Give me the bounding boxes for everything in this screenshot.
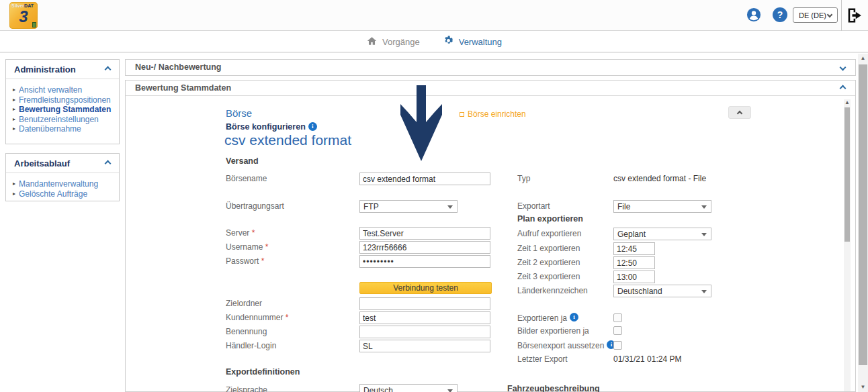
zielsprache-label: Zielsprache bbox=[226, 385, 267, 392]
window-scrollbar[interactable]: ▲ ▼ bbox=[858, 54, 868, 392]
zeit3-label: Zeit 3 exportieren bbox=[517, 271, 580, 283]
exportieren-ja-checkbox[interactable] bbox=[613, 313, 622, 322]
chevron-down-icon bbox=[840, 64, 847, 71]
zielordner-label: Zielordner bbox=[226, 298, 262, 309]
boersenexport-aussetzen-checkbox[interactable] bbox=[613, 341, 622, 350]
user-icon[interactable] bbox=[746, 7, 761, 22]
kundennummer-input[interactable] bbox=[359, 311, 490, 324]
passwort-input[interactable] bbox=[359, 255, 490, 268]
typ-label: Typ bbox=[517, 173, 530, 185]
home-icon bbox=[366, 36, 378, 48]
help-icon[interactable]: ? bbox=[773, 7, 787, 22]
boersenexport-aussetzen-label: Börsenexport aussetzen bbox=[517, 341, 604, 350]
chevron-down-icon bbox=[827, 12, 832, 17]
letzter-export-label: Letzter Export bbox=[517, 354, 568, 365]
required-asterisk: * bbox=[252, 228, 255, 238]
triangle-bullet-icon: ▸ bbox=[13, 189, 15, 199]
aufruf-exportieren-label: Aufruf exportieren bbox=[517, 228, 581, 240]
scroll-up-icon[interactable]: ▲ bbox=[858, 55, 868, 62]
server-input[interactable] bbox=[359, 227, 490, 240]
sidebar-panel-administration: Administration ▸Ansicht verwalten ▸Fremd… bbox=[5, 59, 120, 144]
username-input[interactable] bbox=[359, 241, 490, 254]
arbeitsablauf-panel-header[interactable]: Arbeitsablauf bbox=[6, 154, 119, 173]
nav-item-vorgaenge[interactable]: Vorgänge bbox=[366, 36, 420, 48]
window-scrollbar-thumb[interactable] bbox=[859, 64, 867, 365]
chevron-up-icon bbox=[105, 66, 112, 73]
zielordner-input[interactable] bbox=[359, 297, 490, 310]
accordion-neu-nachbewertung-header[interactable]: Neu-/ Nachbewertung bbox=[126, 60, 855, 75]
inner-scrollbar-thumb[interactable] bbox=[844, 107, 850, 242]
exportart-select[interactable]: File bbox=[613, 200, 711, 213]
letzter-export-value: 01/31/21 01:24 PM bbox=[613, 354, 681, 365]
arbeitsablauf-title: Arbeitsablauf bbox=[14, 158, 70, 168]
boersename-label: Börsename bbox=[226, 173, 267, 185]
haendler-login-label: Händler-Login bbox=[226, 340, 276, 352]
inner-scrollbar[interactable]: ▲ bbox=[844, 99, 851, 391]
gear-icon bbox=[443, 35, 454, 48]
bilder-exportieren-checkbox[interactable] bbox=[613, 326, 622, 335]
sidebar-panel-arbeitsablauf: Arbeitsablauf ▸Mandantenverwaltung ▸Gelö… bbox=[5, 153, 120, 201]
zeit2-label: Zeit 2 exportieren bbox=[517, 257, 580, 268]
scroll-up-icon[interactable]: ▲ bbox=[844, 99, 851, 106]
accordion-bewertung-stammdaten: Bewertung Stammdaten Börse Börse einrich… bbox=[125, 80, 856, 392]
required-asterisk: * bbox=[261, 256, 265, 266]
triangle-bullet-icon: ▸ bbox=[13, 124, 15, 134]
uebertragungsart-select[interactable]: FTP bbox=[359, 200, 458, 213]
boerse-heading: Börse bbox=[226, 107, 252, 119]
zielsprache-select[interactable]: Deutsch bbox=[359, 384, 458, 392]
zeit1-label: Zeit 1 exportieren bbox=[517, 243, 580, 254]
administration-panel-header[interactable]: Administration bbox=[6, 60, 119, 79]
username-label: Username bbox=[226, 242, 263, 252]
sidebar-item-bewertung-stammdaten[interactable]: ▸Bewertung Stammdaten bbox=[13, 105, 115, 115]
big-down-arrow bbox=[399, 85, 443, 163]
sidebar-item-benutzereinstellungen[interactable]: ▸Benutzereinstellungen bbox=[13, 115, 115, 125]
boerse-konfigurieren-label: Börse konfigurieren bbox=[226, 122, 306, 132]
accordion1-title: Neu-/ Nachbewertung bbox=[135, 62, 222, 72]
triangle-bullet-icon: ▸ bbox=[13, 115, 15, 125]
benennung-label: Benennung bbox=[226, 326, 267, 338]
sidebar-item-fremdleistungspositionen[interactable]: ▸Fremdleistungspositionen bbox=[13, 95, 115, 105]
sidebar-item-geloeschte-auftraege[interactable]: ▸Gelöschte Aufträge bbox=[13, 189, 115, 199]
chevron-up-icon bbox=[105, 160, 112, 167]
boersename-input[interactable] bbox=[359, 173, 490, 185]
info-icon[interactable]: i bbox=[308, 122, 317, 131]
laenderkennzeichen-label: Länderkennzeichen bbox=[517, 285, 588, 297]
triangle-bullet-icon: ▸ bbox=[13, 179, 15, 189]
fahrzeugbeschreibung-title: Fahrzeugbeschreibung bbox=[507, 384, 600, 392]
silverdat-logo[interactable]: SilverDAT 3 bbox=[9, 2, 38, 29]
benennung-input[interactable] bbox=[359, 326, 490, 338]
bilder-exportieren-label: Bilder exportieren ja bbox=[517, 326, 589, 337]
zeit2-input[interactable] bbox=[613, 256, 655, 269]
required-asterisk: * bbox=[286, 313, 289, 322]
language-select[interactable]: DE (DE) bbox=[793, 7, 838, 23]
nav-label-vorgaenge: Vorgänge bbox=[382, 37, 420, 47]
logo-chip-icon bbox=[32, 22, 36, 28]
section-collapse-button[interactable] bbox=[728, 106, 751, 119]
sidebar-item-datenuebernahme[interactable]: ▸Datenübernahme bbox=[13, 124, 115, 134]
scroll-down-icon[interactable]: ▼ bbox=[858, 384, 868, 391]
laenderkennzeichen-select[interactable]: Deutschland bbox=[613, 285, 711, 297]
logout-icon[interactable] bbox=[845, 6, 864, 25]
zeit3-input[interactable] bbox=[613, 271, 655, 283]
typ-value: csv extended format - File bbox=[613, 173, 706, 185]
administration-title: Administration bbox=[14, 64, 76, 75]
nav-label-verwaltung: Verwaltung bbox=[459, 37, 502, 47]
chevron-up-icon bbox=[737, 111, 742, 116]
aufruf-exportieren-select[interactable]: Geplant bbox=[613, 228, 711, 240]
info-icon[interactable]: i bbox=[570, 313, 578, 322]
boerse-einrichten-link[interactable]: Börse einrichten bbox=[460, 109, 526, 119]
square-outline-icon bbox=[460, 112, 464, 117]
accordion-bewertung-stammdaten-header[interactable]: Bewertung Stammdaten bbox=[126, 81, 855, 96]
nav-item-verwaltung[interactable]: Verwaltung bbox=[443, 35, 502, 48]
exportart-label: Exportart bbox=[517, 201, 550, 212]
zeit1-input[interactable] bbox=[613, 242, 655, 255]
top-bar: SilverDAT 3 ? DE (DE) bbox=[0, 0, 868, 31]
sidebar-item-mandantenverwaltung[interactable]: ▸Mandantenverwaltung bbox=[13, 179, 115, 189]
kundennummer-label: Kundennummer bbox=[226, 313, 283, 322]
sidebar-item-ansicht-verwalten[interactable]: ▸Ansicht verwalten bbox=[13, 85, 115, 95]
required-asterisk: * bbox=[265, 242, 269, 252]
uebertragungsart-label: Übertragungsart bbox=[226, 201, 284, 212]
triangle-bullet-icon: ▸ bbox=[13, 105, 15, 115]
haendler-login-input[interactable] bbox=[359, 340, 490, 352]
verbindung-testen-button[interactable]: Verbindung testen bbox=[359, 282, 492, 294]
